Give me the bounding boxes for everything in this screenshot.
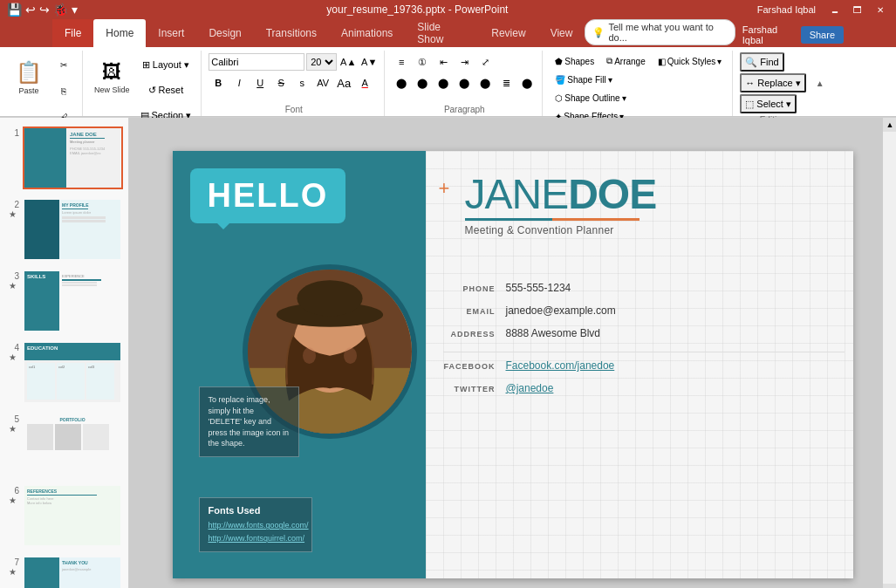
slide-img-4[interactable]: EDUCATION col1 col2 col3 [23, 341, 123, 404]
tab-review[interactable]: Review [479, 19, 537, 47]
paste-label: Paste [18, 86, 38, 95]
align-left-button[interactable]: ⬤ [392, 73, 411, 92]
hello-bubble: HELLO [190, 168, 346, 223]
strikethrough-button[interactable]: S [271, 73, 291, 92]
line-spacing-button[interactable]: ≣ [496, 73, 516, 92]
maximize-button[interactable]: 🗖 [849, 1, 866, 18]
dropdown-icon[interactable]: ▾ [72, 3, 78, 17]
reset-label: Reset [159, 85, 184, 95]
slide-canvas-3: SKILLS EXPERIENCE [24, 271, 120, 331]
copy-button[interactable]: ⎘ [51, 79, 77, 103]
slide-img-5[interactable]: PORTFOLIO [23, 413, 123, 475]
undo-icon[interactable]: ↩ [25, 3, 36, 17]
fonts-title: Fonts Used [209, 505, 303, 516]
align-right-button[interactable]: ⬤ [434, 73, 453, 92]
slide-img-2[interactable]: MY PROFILE Lorem ipsum dolor [23, 198, 123, 261]
ribbon-collapse-button[interactable]: ▲ [813, 51, 827, 116]
facebook-value: Facebook.com/janedoe [506, 359, 615, 372]
editing-group: 🔍 Find ↔ Replace▾ ⬚ Select▾ Editing [735, 51, 811, 116]
paste-button[interactable]: 📋 Paste [9, 52, 49, 103]
tab-animations[interactable]: Animations [329, 19, 405, 47]
window-controls: Farshad Iqbal 🗕 🗖 ✕ [757, 1, 889, 18]
lightbulb-icon: 💡 [592, 27, 605, 38]
italic-button[interactable]: I [229, 73, 249, 92]
quick-styles-button[interactable]: ◧ Quick Styles▾ [653, 52, 728, 70]
tab-slideshow[interactable]: Slide Show [405, 19, 479, 47]
smart-art-button[interactable]: ⤢ [475, 52, 495, 72]
debug-icon[interactable]: 🐞 [53, 3, 68, 17]
layout-button[interactable]: ⊞ Layout▾ [136, 52, 196, 77]
close-button[interactable]: ✕ [872, 1, 889, 18]
redo-icon[interactable]: ↪ [39, 3, 50, 17]
decrease-indent-button[interactable]: ⇤ [434, 52, 453, 72]
font-family-select[interactable] [209, 53, 304, 71]
tab-insert[interactable]: Insert [146, 19, 196, 47]
font-color-button[interactable]: A [355, 73, 374, 92]
increase-indent-button[interactable]: ⇥ [455, 52, 474, 72]
drawing-row-2: 🪣 Shape Fill▾ [550, 71, 617, 88]
cut-button[interactable]: ✂ [51, 52, 77, 77]
underline-button[interactable]: U [250, 73, 270, 92]
job-title: Meeting & Convention Planner [465, 224, 657, 236]
find-button[interactable]: 🔍 Find [740, 52, 783, 72]
slide-img-1[interactable]: JANE DOE Meeting planner PHONE 555-555-1… [23, 126, 123, 189]
slide-img-3[interactable]: SKILLS EXPERIENCE [23, 270, 123, 332]
decrease-font-button[interactable]: A▼ [359, 52, 379, 72]
slide-canvas-2: MY PROFILE Lorem ipsum dolor [24, 200, 120, 259]
text-direction-button[interactable]: ⬤ [517, 73, 537, 92]
bold-button[interactable]: B [209, 73, 228, 92]
numbering-button[interactable]: ① [413, 52, 432, 72]
tab-view[interactable]: View [538, 19, 585, 47]
tab-design[interactable]: Design [196, 19, 253, 47]
slide-canvas-1: JANE DOE Meeting planner PHONE 555-555-1… [24, 128, 120, 188]
shapes-button[interactable]: ⬟ Shapes [550, 52, 599, 70]
increase-font-button[interactable]: A▲ [339, 52, 358, 72]
shape-outline-button[interactable]: ⬡ Shape Outline ▾ [550, 89, 632, 106]
select-button[interactable]: ⬚ Select▾ [740, 94, 797, 113]
change-case-button[interactable]: Aa [334, 73, 353, 92]
slide-right-panel: + JANEDOE Meeting & Convention Planner P… [426, 151, 853, 578]
tab-home[interactable]: Home [93, 19, 146, 47]
scroll-up-button[interactable]: ▲ [883, 118, 896, 132]
font-group: 20 A▲ A▼ B I U S s AV Aa A Font [203, 51, 385, 116]
vertical-scrollbar[interactable]: ▲ ▼ [882, 118, 896, 588]
tab-file[interactable]: File [52, 19, 93, 47]
drawing-row-1: ⬟ Shapes ⧉ Arrange ◧ Quick Styles▾ [550, 52, 727, 70]
fonts-link-1: http://www.fonts.google.com/ http://www.… [209, 519, 303, 544]
slide-img-6[interactable]: REFERENCES Contact info here More info b… [23, 484, 123, 547]
drawing-row-3: ⬡ Shape Outline ▾ [550, 89, 632, 106]
slide-thumb-6[interactable]: 6 ★ REFERENCES Contact info here More in… [3, 482, 125, 549]
char-spacing-button[interactable]: AV [313, 73, 332, 92]
address-label: ADDRESS [443, 330, 496, 338]
shape-fill-button[interactable]: 🪣 Shape Fill▾ [550, 71, 617, 88]
slide-thumb-2[interactable]: 2 ★ MY PROFILE Lorem ipsum dolor [3, 196, 125, 263]
phone-value: 555-555-1234 [506, 282, 571, 294]
canvas-wrapper[interactable]: HELLO [129, 118, 896, 588]
slide-thumb-1[interactable]: 1 JANE DOE Meeting planner PHONE 555-555… [3, 125, 125, 191]
slide-thumb-3[interactable]: 3 ★ SKILLS EXPERIENCE [3, 268, 125, 334]
arrange-button[interactable]: ⧉ Arrange [601, 52, 651, 70]
new-slide-button[interactable]: 🖼 New Slide [90, 52, 134, 103]
tab-transitions[interactable]: Transitions [254, 19, 329, 47]
justify-button[interactable]: ⬤ [455, 73, 474, 92]
slides-buttons: 🖼 New Slide ⊞ Layout▾ ↺ Reset ▤ Section▾ [90, 52, 195, 127]
save-icon[interactable]: 💾 [7, 3, 22, 17]
minimize-button[interactable]: 🗕 [826, 1, 844, 18]
shadow-button[interactable]: s [292, 73, 311, 92]
slide-thumb-7[interactable]: 7 ★ THANK YOU janedoe@example [3, 554, 125, 588]
first-name: JANE [465, 171, 569, 217]
scroll-down-button[interactable]: ▼ [883, 584, 896, 588]
bullets-button[interactable]: ≡ [392, 52, 411, 72]
slide-thumb-5[interactable]: 5 ★ PORTFOLIO [3, 411, 125, 477]
align-center-button[interactable]: ⬤ [413, 73, 432, 92]
slide-thumb-4[interactable]: 4 ★ EDUCATION col1 col2 col3 [3, 339, 125, 406]
tell-me-box[interactable]: 💡 Tell me what you want to do... [585, 19, 735, 45]
font-size-select[interactable]: 20 [306, 53, 337, 71]
share-button[interactable]: Share [801, 26, 844, 44]
slide-img-7[interactable]: THANK YOU janedoe@example [23, 556, 123, 588]
replace-button[interactable]: ↔ Replace▾ [740, 73, 805, 92]
copy-icon: ⎘ [61, 86, 66, 96]
columns-button[interactable]: ⬤ [475, 73, 495, 92]
reset-button[interactable]: ↺ Reset [136, 78, 196, 102]
scroll-track-v[interactable] [883, 132, 896, 584]
